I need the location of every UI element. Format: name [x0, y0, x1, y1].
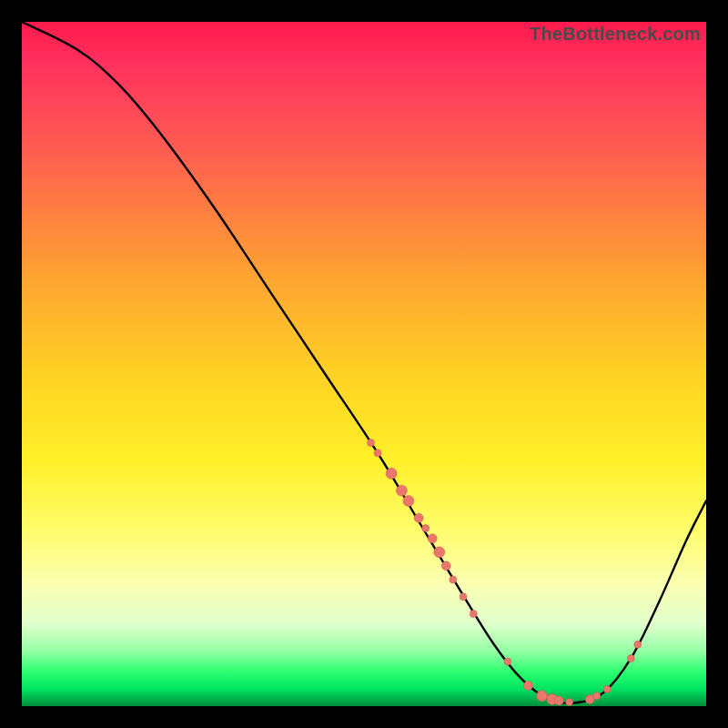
highlighted-point [566, 699, 573, 706]
bottleneck-curve-svg [22, 22, 706, 706]
chart-area: TheBottleneck.com [22, 22, 706, 706]
highlighted-point [414, 513, 423, 522]
highlighted-point [537, 691, 548, 702]
highlighted-point [450, 576, 457, 583]
highlighted-point [396, 485, 407, 496]
highlighted-point [524, 681, 533, 690]
highlighted-point [386, 468, 397, 479]
highlighted-point [554, 696, 563, 705]
highlighted-point [627, 654, 634, 662]
highlighted-point [441, 561, 450, 571]
highlighted-point [470, 611, 477, 618]
highlighted-point [428, 534, 437, 543]
highlighted-point [504, 658, 511, 665]
highlighted-point [434, 547, 445, 558]
highlighted-point [403, 495, 414, 506]
highlighted-point [634, 641, 642, 648]
highlighted-point [460, 593, 467, 601]
highlighted-points-group [368, 440, 642, 706]
highlighted-point [603, 685, 611, 693]
highlighted-point [374, 450, 381, 457]
highlighted-point [593, 693, 601, 700]
highlighted-point [422, 525, 430, 532]
highlighted-point [368, 440, 375, 447]
bottleneck-curve [22, 22, 706, 703]
